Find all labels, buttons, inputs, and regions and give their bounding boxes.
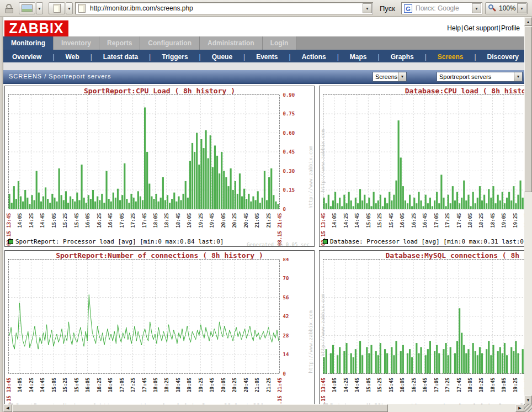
svg-text:14:45: 14:45: [354, 378, 360, 393]
search-dropdown-button[interactable]: ▼: [472, 3, 481, 13]
address-dropdown-button[interactable]: ▼: [363, 3, 372, 13]
svg-text:0.75: 0.75: [283, 111, 295, 117]
svg-text:18:25: 18:25: [164, 213, 169, 228]
screens-select[interactable]: Screens ▼: [373, 72, 407, 82]
svg-text:18:25: 18:25: [478, 378, 484, 393]
svg-text:14:05: 14:05: [17, 213, 23, 228]
svg-text:84: 84: [283, 258, 289, 262]
zabbix-watermark: http://www.zabbix.com: [320, 294, 326, 357]
get-support-link[interactable]: Get support: [461, 24, 498, 32]
tab-inventory[interactable]: Inventory: [54, 36, 99, 50]
sub-navigation: OverviewWebLatest dataTriggersQueueEvent…: [3, 50, 524, 62]
scroll-up-button[interactable]: ▲: [524, 17, 532, 26]
arrow-right-icon: ▶: [518, 406, 521, 410]
image-button-dropdown[interactable]: ▼: [36, 2, 43, 14]
svg-text:14:05: 14:05: [17, 378, 23, 393]
scroll-right-button[interactable]: ▶: [515, 404, 524, 412]
tab-monitoring[interactable]: Monitoring: [3, 36, 54, 50]
page-button-dropdown[interactable]: ▼: [66, 2, 73, 14]
nav-screens[interactable]: Screens: [432, 53, 482, 61]
tab-login[interactable]: Login: [263, 36, 297, 50]
svg-text:14:05: 14:05: [332, 378, 337, 393]
svg-text:0.15: 0.15: [283, 187, 295, 193]
zabbix-watermark: http://www.zabbix.com: [308, 310, 313, 373]
url-page-icon: [78, 4, 86, 13]
zoom-dropdown-button[interactable]: ▼: [517, 3, 526, 13]
graph-legend: Database: Processor load [avg] [min:0 ma…: [323, 238, 528, 245]
nav-queue[interactable]: Queue: [206, 53, 251, 61]
svg-text:56: 56: [283, 295, 289, 300]
chevron-down-icon: ▼: [520, 7, 524, 10]
profile-link[interactable]: Profile: [498, 24, 520, 32]
svg-text:15:05: 15:05: [366, 213, 371, 228]
svg-text:18:45: 18:45: [490, 213, 496, 228]
svg-text:17:25: 17:25: [130, 213, 136, 228]
svg-text:19:25: 19:25: [513, 213, 518, 228]
svg-text:20:25: 20:25: [232, 213, 237, 228]
horizontal-scrollbar[interactable]: ◀ ▶: [3, 404, 524, 412]
nav-maps[interactable]: Maps: [344, 53, 385, 61]
vertical-scroll-thumb[interactable]: [524, 27, 532, 192]
svg-text:14:45: 14:45: [40, 213, 45, 228]
zabbix-logo[interactable]: ZABBIX: [4, 20, 68, 36]
svg-text:18:45: 18:45: [175, 213, 181, 228]
zabbix-watermark: http://www.zabbix.com: [308, 146, 313, 209]
graph-panel-sportreport-cpu: SportReport:CPU Load ( 8h history ) 00.1…: [4, 86, 315, 247]
svg-text:15:25: 15:25: [377, 378, 382, 393]
nav-graphs[interactable]: Graphs: [385, 53, 432, 61]
svg-text:0: 0: [283, 371, 286, 377]
svg-text:18:05: 18:05: [467, 378, 473, 393]
tab-configuration[interactable]: Configuration: [140, 36, 200, 50]
nav-events[interactable]: Events: [251, 53, 296, 61]
browser-toolbar: ▼ ▼ http://monitor.ibm.com/screens.php ▼…: [0, 0, 532, 17]
svg-text:18:45: 18:45: [175, 378, 181, 393]
screen-name-select[interactable]: Sportreport servers ▼: [437, 72, 523, 82]
resize-grip[interactable]: [524, 404, 532, 412]
vertical-scrollbar[interactable]: ▲ ▼: [524, 17, 532, 404]
svg-text:21:25: 21:25: [266, 213, 272, 228]
svg-text:16:45: 16:45: [422, 213, 428, 228]
page-button[interactable]: [49, 2, 65, 14]
magnifier-icon: [488, 4, 496, 12]
image-button[interactable]: [19, 2, 35, 14]
breadcrumb: SCREENS / Sportreport servers: [9, 73, 111, 80]
svg-text:16:25: 16:25: [411, 378, 417, 393]
nav-overview[interactable]: Overview: [7, 53, 60, 61]
search-input[interactable]: G Поиск: Google ▼: [401, 2, 482, 14]
arrow-up-icon: ▲: [526, 20, 530, 24]
svg-text:21:25: 21:25: [266, 378, 272, 393]
graph-panel-database-cpu: Database:CPU load ( 8h history ) 08.15 1…: [319, 86, 532, 247]
svg-text:17:45: 17:45: [142, 213, 147, 228]
svg-text:19:05: 19:05: [501, 378, 507, 393]
lock-icon[interactable]: [6, 4, 15, 14]
svg-text:15:45: 15:45: [74, 378, 79, 393]
scroll-left-button[interactable]: ◀: [3, 404, 12, 412]
search-placeholder: Поиск: Google: [416, 4, 459, 12]
svg-text:19:05: 19:05: [187, 378, 192, 393]
scroll-down-button[interactable]: ▼: [524, 395, 532, 404]
tab-reports[interactable]: Reports: [99, 36, 140, 50]
nav-triggers[interactable]: Triggers: [156, 53, 206, 61]
svg-text:17:25: 17:25: [445, 213, 450, 228]
svg-text:16:45: 16:45: [108, 378, 113, 393]
svg-text:15:45: 15:45: [389, 213, 394, 228]
tab-administration[interactable]: Administration: [200, 36, 263, 50]
svg-text:16:45: 16:45: [422, 378, 428, 393]
help-link[interactable]: Help: [447, 24, 461, 32]
nav-actions[interactable]: Actions: [296, 53, 344, 61]
svg-text:08.15 21:45: 08.15 21:45: [277, 213, 283, 246]
svg-text:14: 14: [283, 352, 289, 357]
svg-text:15:45: 15:45: [389, 378, 394, 393]
svg-text:16:05: 16:05: [85, 213, 91, 228]
address-bar[interactable]: http://monitor.ibm.com/screens.php ▼: [75, 2, 373, 14]
arrow-left-icon: ◀: [6, 406, 9, 410]
svg-text:20:45: 20:45: [243, 213, 249, 228]
go-button[interactable]: Пуск: [380, 4, 395, 13]
svg-text:0: 0: [283, 207, 286, 212]
nav-web[interactable]: Web: [60, 53, 98, 61]
main-tabbar: MonitoringInventoryReportsConfigurationA…: [3, 36, 524, 50]
zoom-control[interactable]: 100% ▼: [485, 2, 528, 14]
svg-text:17:05: 17:05: [434, 378, 439, 393]
nav-latest-data[interactable]: Latest data: [98, 53, 156, 61]
horizontal-scroll-thumb[interactable]: [13, 404, 388, 412]
